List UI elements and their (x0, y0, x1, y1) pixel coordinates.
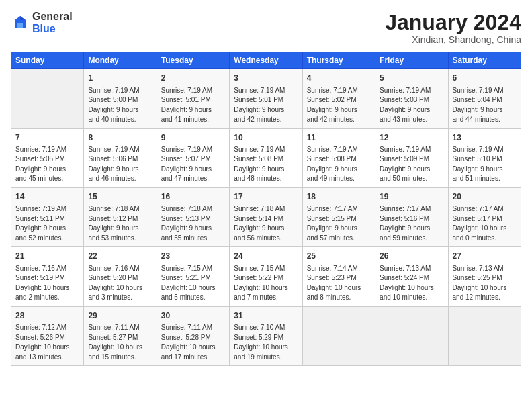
calendar-cell: 4Sunrise: 7:19 AM Sunset: 5:02 PM Daylig… (302, 69, 375, 128)
calendar-cell: 10Sunrise: 7:19 AM Sunset: 5:08 PM Dayli… (230, 128, 302, 187)
title-block: January 2024 Xindian, Shandong, China (385, 11, 521, 45)
weekday-header-tuesday: Tuesday (157, 52, 229, 69)
day-content: Sunrise: 7:19 AM Sunset: 5:08 PM Dayligh… (234, 145, 298, 184)
day-content: Sunrise: 7:18 AM Sunset: 5:12 PM Dayligh… (88, 204, 152, 243)
week-row: 14Sunrise: 7:19 AM Sunset: 5:11 PM Dayli… (11, 187, 521, 246)
day-content: Sunrise: 7:15 AM Sunset: 5:22 PM Dayligh… (234, 264, 298, 303)
calendar-cell: 5Sunrise: 7:19 AM Sunset: 5:03 PM Daylig… (375, 69, 448, 128)
calendar-cell: 8Sunrise: 7:19 AM Sunset: 5:06 PM Daylig… (84, 128, 157, 187)
day-content: Sunrise: 7:19 AM Sunset: 5:00 PM Dayligh… (88, 86, 152, 125)
day-content: Sunrise: 7:13 AM Sunset: 5:25 PM Dayligh… (453, 264, 517, 303)
day-number: 4 (307, 73, 371, 84)
calendar-cell (375, 306, 448, 365)
calendar-subtitle: Xindian, Shandong, China (385, 34, 521, 45)
day-number: 6 (453, 73, 517, 84)
svg-marker-1 (20, 16, 26, 20)
calendar-cell: 14Sunrise: 7:19 AM Sunset: 5:11 PM Dayli… (11, 187, 84, 246)
calendar-table: SundayMondayTuesdayWednesdayThursdayFrid… (11, 52, 521, 366)
calendar-cell: 26Sunrise: 7:13 AM Sunset: 5:24 PM Dayli… (375, 247, 448, 306)
day-content: Sunrise: 7:19 AM Sunset: 5:05 PM Dayligh… (15, 145, 79, 184)
calendar-cell: 12Sunrise: 7:19 AM Sunset: 5:09 PM Dayli… (375, 128, 448, 187)
calendar-cell: 29Sunrise: 7:11 AM Sunset: 5:27 PM Dayli… (84, 306, 157, 365)
day-content: Sunrise: 7:19 AM Sunset: 5:10 PM Dayligh… (453, 145, 517, 184)
day-number: 22 (88, 250, 152, 262)
day-number: 17 (234, 191, 298, 203)
calendar-cell (448, 306, 521, 365)
day-number: 29 (88, 310, 152, 322)
day-content: Sunrise: 7:11 AM Sunset: 5:28 PM Dayligh… (161, 323, 225, 362)
day-number: 19 (380, 191, 443, 203)
calendar-cell: 21Sunrise: 7:16 AM Sunset: 5:19 PM Dayli… (11, 247, 84, 306)
day-number: 18 (307, 191, 371, 203)
day-content: Sunrise: 7:10 AM Sunset: 5:29 PM Dayligh… (234, 323, 298, 362)
calendar-cell: 24Sunrise: 7:15 AM Sunset: 5:22 PM Dayli… (230, 247, 302, 306)
calendar-cell: 13Sunrise: 7:19 AM Sunset: 5:10 PM Dayli… (448, 128, 521, 187)
week-row: 7Sunrise: 7:19 AM Sunset: 5:05 PM Daylig… (11, 128, 521, 187)
calendar-cell: 30Sunrise: 7:11 AM Sunset: 5:28 PM Dayli… (157, 306, 229, 365)
day-number: 2 (161, 73, 225, 84)
day-number: 20 (453, 191, 517, 203)
weekday-header-monday: Monday (84, 52, 157, 69)
logo-text: General Blue (32, 11, 73, 36)
calendar-header: SundayMondayTuesdayWednesdayThursdayFrid… (11, 52, 521, 69)
day-number: 21 (15, 250, 79, 262)
day-content: Sunrise: 7:18 AM Sunset: 5:13 PM Dayligh… (161, 204, 225, 243)
calendar-cell (11, 69, 84, 128)
day-content: Sunrise: 7:19 AM Sunset: 5:06 PM Dayligh… (88, 145, 152, 184)
logo-general: General (32, 11, 73, 22)
day-number: 31 (234, 310, 298, 322)
day-content: Sunrise: 7:18 AM Sunset: 5:14 PM Dayligh… (234, 204, 298, 243)
calendar-body: 1Sunrise: 7:19 AM Sunset: 5:00 PM Daylig… (11, 69, 521, 366)
day-content: Sunrise: 7:15 AM Sunset: 5:21 PM Dayligh… (161, 264, 225, 303)
day-number: 3 (234, 73, 298, 84)
weekday-header-friday: Friday (375, 52, 448, 69)
calendar-cell: 7Sunrise: 7:19 AM Sunset: 5:05 PM Daylig… (11, 128, 84, 187)
calendar-cell: 1Sunrise: 7:19 AM Sunset: 5:00 PM Daylig… (84, 69, 157, 128)
calendar-cell: 28Sunrise: 7:12 AM Sunset: 5:26 PM Dayli… (11, 306, 84, 365)
weekday-header-wednesday: Wednesday (230, 52, 302, 69)
calendar-cell: 31Sunrise: 7:10 AM Sunset: 5:29 PM Dayli… (230, 306, 302, 365)
calendar-cell: 17Sunrise: 7:18 AM Sunset: 5:14 PM Dayli… (230, 187, 302, 246)
day-content: Sunrise: 7:19 AM Sunset: 5:03 PM Dayligh… (380, 86, 443, 125)
day-content: Sunrise: 7:19 AM Sunset: 5:09 PM Dayligh… (380, 145, 443, 184)
weekday-header-saturday: Saturday (448, 52, 521, 69)
calendar-title: January 2024 (385, 11, 521, 34)
week-row: 21Sunrise: 7:16 AM Sunset: 5:19 PM Dayli… (11, 247, 521, 306)
day-content: Sunrise: 7:12 AM Sunset: 5:26 PM Dayligh… (15, 323, 79, 362)
day-number: 24 (234, 250, 298, 262)
day-content: Sunrise: 7:19 AM Sunset: 5:02 PM Dayligh… (307, 86, 371, 125)
day-number: 7 (15, 132, 79, 144)
calendar-cell: 9Sunrise: 7:19 AM Sunset: 5:07 PM Daylig… (157, 128, 229, 187)
day-content: Sunrise: 7:11 AM Sunset: 5:27 PM Dayligh… (88, 323, 152, 362)
calendar-cell (302, 306, 375, 365)
calendar-cell: 19Sunrise: 7:17 AM Sunset: 5:16 PM Dayli… (375, 187, 448, 246)
day-content: Sunrise: 7:13 AM Sunset: 5:24 PM Dayligh… (380, 264, 443, 303)
day-number: 14 (15, 191, 79, 203)
logo-blue: Blue (32, 23, 56, 34)
day-number: 25 (307, 250, 371, 262)
weekday-header-thursday: Thursday (302, 52, 375, 69)
day-content: Sunrise: 7:14 AM Sunset: 5:23 PM Dayligh… (307, 264, 371, 303)
calendar-cell: 3Sunrise: 7:19 AM Sunset: 5:01 PM Daylig… (230, 69, 302, 128)
calendar-cell: 22Sunrise: 7:16 AM Sunset: 5:20 PM Dayli… (84, 247, 157, 306)
day-content: Sunrise: 7:17 AM Sunset: 5:16 PM Dayligh… (380, 204, 443, 243)
svg-rect-2 (17, 23, 23, 28)
day-number: 27 (453, 250, 517, 262)
day-content: Sunrise: 7:19 AM Sunset: 5:08 PM Dayligh… (307, 145, 371, 184)
day-number: 10 (234, 132, 298, 144)
calendar-cell: 25Sunrise: 7:14 AM Sunset: 5:23 PM Dayli… (302, 247, 375, 306)
day-number: 28 (15, 310, 79, 322)
day-content: Sunrise: 7:19 AM Sunset: 5:11 PM Dayligh… (15, 204, 79, 243)
day-number: 12 (380, 132, 443, 144)
day-number: 30 (161, 310, 225, 322)
week-row: 28Sunrise: 7:12 AM Sunset: 5:26 PM Dayli… (11, 306, 521, 365)
calendar-cell: 15Sunrise: 7:18 AM Sunset: 5:12 PM Dayli… (84, 187, 157, 246)
calendar-cell: 6Sunrise: 7:19 AM Sunset: 5:04 PM Daylig… (448, 69, 521, 128)
page-header: General Blue January 2024 Xindian, Shand… (11, 11, 521, 45)
day-content: Sunrise: 7:19 AM Sunset: 5:01 PM Dayligh… (161, 86, 225, 125)
day-content: Sunrise: 7:17 AM Sunset: 5:15 PM Dayligh… (307, 204, 371, 243)
calendar-cell: 20Sunrise: 7:17 AM Sunset: 5:17 PM Dayli… (448, 187, 521, 246)
calendar-cell: 23Sunrise: 7:15 AM Sunset: 5:21 PM Dayli… (157, 247, 229, 306)
week-row: 1Sunrise: 7:19 AM Sunset: 5:00 PM Daylig… (11, 69, 521, 128)
day-number: 8 (88, 132, 152, 144)
